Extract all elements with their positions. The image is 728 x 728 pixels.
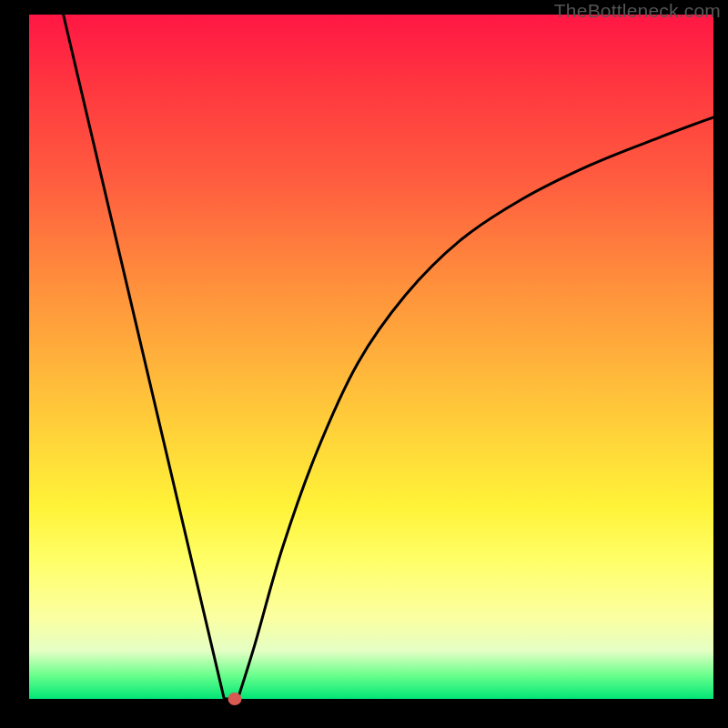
minimum-point-marker xyxy=(228,693,241,705)
bottleneck-curve xyxy=(64,15,713,699)
chart-frame: TheBottleneck.com xyxy=(0,0,728,728)
curve-svg xyxy=(29,15,713,699)
watermark-text: TheBottleneck.com xyxy=(554,0,721,22)
plot-area xyxy=(29,15,713,699)
